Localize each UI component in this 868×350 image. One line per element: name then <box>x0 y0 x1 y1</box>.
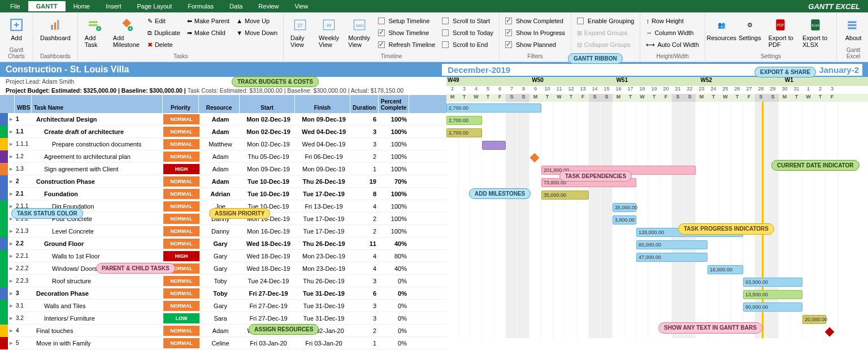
scroll-start-button[interactable]: Scroll to Start <box>440 15 496 27</box>
add-milestone-button[interactable]: Add Milestone <box>110 15 143 49</box>
move-up-button[interactable]: ▲Move Up <box>234 15 280 27</box>
calendar-month-icon: JAN <box>351 16 368 33</box>
show-timeline-button[interactable]: Show Timeline <box>376 27 438 38</box>
settings-button[interactable]: ⚙Settings <box>737 15 763 42</box>
add-task-button[interactable]: Add Task <box>81 15 107 49</box>
gantt-bar[interactable]: 93,500.00 <box>743 278 802 287</box>
gantt-bar[interactable]: 35,000.00 <box>541 191 589 200</box>
task-rows: ▸ 1 Architectural Design NORMAL Adam Mon… <box>0 113 446 349</box>
add-icon <box>8 16 25 33</box>
export-xlsx-button[interactable]: XLSXExport to XLSX <box>799 15 833 49</box>
table-row[interactable]: ▸ 2.2.3 Roof structure NORMAL Toby Tue 2… <box>0 275 446 287</box>
show-planned-checkbox[interactable]: Show Planned <box>503 39 567 50</box>
column-width-button[interactable]: ↔Column Width <box>644 27 701 38</box>
gantt-bar[interactable]: 65,000.00 <box>636 240 708 249</box>
table-row[interactable]: ▸ 2.2.1 Walls to 1st Floor HIGH Gary Wed… <box>0 250 446 262</box>
expand-groups-button[interactable]: ⊞Expand Groups <box>575 27 637 38</box>
dashboard-button[interactable]: Dashboard <box>37 15 74 42</box>
auto-icon: ⟷ <box>646 41 655 49</box>
table-row[interactable]: ▸ 3.2 Interiors/ Furniture LOW Sara Fri … <box>0 312 446 325</box>
svg-text:JAN: JAN <box>355 23 363 28</box>
setup-timeline-button[interactable]: Setup Timeline <box>376 15 438 27</box>
menu-insert[interactable]: Insert <box>98 1 129 11</box>
table-row[interactable]: ▸ 1.1.1 Prepare construction documents N… <box>0 138 446 150</box>
collapse-groups-button[interactable]: ⊟Collapse Groups <box>575 39 637 50</box>
about-button[interactable]: About <box>840 15 866 42</box>
export-pdf-button[interactable]: PDFExport to PDF <box>765 15 797 49</box>
table-row[interactable]: ▸ 1.3 Sign agreement with Client HIGH Ad… <box>0 163 446 175</box>
table-row[interactable]: ▸ 2 Construction Phase NORMAL Adam Tue 1… <box>0 175 446 188</box>
svg-rect-21 <box>848 27 856 29</box>
gantt-bar[interactable]: 13,500.00 <box>743 290 802 299</box>
show-progress-checkbox[interactable]: Show In Progress <box>503 27 567 38</box>
show-completed-checkbox[interactable]: Show Completed <box>503 15 567 27</box>
gantt-bar[interactable]: 2,700.00 <box>446 116 482 125</box>
gantt-background <box>446 102 868 338</box>
width-icon: ↔ <box>646 29 652 36</box>
gantt-bar[interactable]: 3,800.00 <box>613 215 636 224</box>
row-height-button[interactable]: ↕Row Height <box>644 15 701 27</box>
menu-gantt[interactable]: GANTT <box>28 1 66 11</box>
delete-icon: ✖ <box>147 41 153 49</box>
table-row[interactable]: ▸ 1 Architectural Design NORMAL Adam Mon… <box>0 113 446 126</box>
table-row[interactable]: ▸ 2.1 Foundation NORMAL Adrian Tue 10-De… <box>0 188 446 200</box>
table-row[interactable]: ▸ 2.2 Ground Floor NORMAL Gary Wed 18-De… <box>0 237 446 250</box>
menu-review[interactable]: Review <box>250 1 287 11</box>
table-row[interactable]: ▸ 1.1 Create draft of architecture NORMA… <box>0 126 446 138</box>
table-row[interactable]: ▸ 4 Final touches NORMAL Adam Wed 01-Jan… <box>0 325 446 337</box>
project-lead: Project Lead: Adam Smith <box>0 77 446 86</box>
edit-icon: ✎ <box>147 18 153 25</box>
make-child-button[interactable]: ➡Make Child <box>185 27 232 38</box>
enable-grouping-checkbox[interactable]: Enable Grouping <box>575 15 637 27</box>
table-row[interactable]: ▸ 3 Decoration Phase NORMAL Toby Fri 27-… <box>0 287 446 300</box>
gantt-bar[interactable]: 2,700.00 <box>446 103 541 113</box>
duplicate-icon: ⧉ <box>147 29 152 37</box>
table-row[interactable]: ▸ 2.2.2 Windows/ Doors NORMAL Gary Wed 1… <box>0 262 446 275</box>
day-header: 2345678910111213141516171819202122232425… <box>446 86 868 94</box>
menu-view[interactable]: View <box>287 1 316 11</box>
menu-pagelayout[interactable]: Page Layout <box>129 1 180 11</box>
menu-data[interactable]: Data <box>222 1 250 11</box>
table-row[interactable]: ▸ 2.1.3 Level Concrete NORMAL Danny Mon … <box>0 225 446 237</box>
gantt-bar[interactable]: 2,700.00 <box>446 128 482 137</box>
duplicate-button[interactable]: ⧉Duplicate <box>145 27 183 38</box>
task-add-icon <box>86 16 103 33</box>
down-icon: ▼ <box>236 29 242 36</box>
scroll-end-button[interactable]: Scroll to End <box>440 39 496 50</box>
daily-view-button[interactable]: 27Daily View <box>287 15 313 49</box>
make-parent-button[interactable]: ⬅Make Parent <box>185 15 232 27</box>
table-row[interactable]: ▸ 3.1 Walls and Tiles NORMAL Gary Fri 27… <box>0 300 446 312</box>
gantt-bar[interactable]: 47,000.00 <box>636 253 708 262</box>
refresh-timeline-button[interactable]: Refresh Timeline <box>376 39 438 50</box>
next-month-label: January-2 <box>815 64 862 76</box>
svg-rect-20 <box>848 24 856 26</box>
menu-home[interactable]: Home <box>66 1 98 11</box>
resources-button[interactable]: 👥Resources <box>709 15 735 42</box>
gantt-bar[interactable]: 16,000.00 <box>708 265 743 274</box>
weekly-view-button[interactable]: WWeekly View <box>315 15 342 49</box>
dashboard-icon <box>47 16 64 33</box>
delete-button[interactable]: ✖Delete <box>145 39 183 50</box>
edit-button[interactable]: ✎Edit <box>145 15 183 27</box>
add-button[interactable]: Add <box>3 15 29 42</box>
menu-file[interactable]: File <box>2 1 28 11</box>
gantt-area[interactable]: 2,700.002,700.002,700.00201,800.0073,800… <box>446 102 868 338</box>
gantt-bar[interactable]: 80,000.00 <box>743 303 802 312</box>
callout-gantt-bar-text: SHOW ANY TEXT IN GANTT BARS <box>658 322 762 334</box>
gantt-bar[interactable]: 35,000.00 <box>613 203 636 212</box>
monthly-view-button[interactable]: JANMonthly View <box>345 15 374 49</box>
move-down-button[interactable]: ▼Move Down <box>234 27 280 38</box>
callout-track-budgets: TRACK BUDGETS & COSTS <box>232 76 319 87</box>
auto-col-button[interactable]: ⟷Auto Col Width <box>644 39 701 50</box>
calendar-week-icon: W <box>320 16 337 33</box>
gantt-bar[interactable] <box>482 141 506 150</box>
about-icon <box>845 16 862 33</box>
scroll-today-button[interactable]: Scroll to Today <box>440 27 496 38</box>
child-icon: ➡ <box>187 29 192 37</box>
table-row[interactable]: ▸ 5 Move in with Family NORMAL Celine Fr… <box>0 337 446 349</box>
svg-rect-7 <box>123 19 131 27</box>
callout-gantt-ribbon: GANTT RIBBON <box>568 53 623 64</box>
gantt-bar[interactable]: 20,000.00 <box>802 315 826 324</box>
menu-formulas[interactable]: Formulas <box>180 1 222 11</box>
table-row[interactable]: ▸ 1.2 Agreement to architectural plan NO… <box>0 150 446 163</box>
